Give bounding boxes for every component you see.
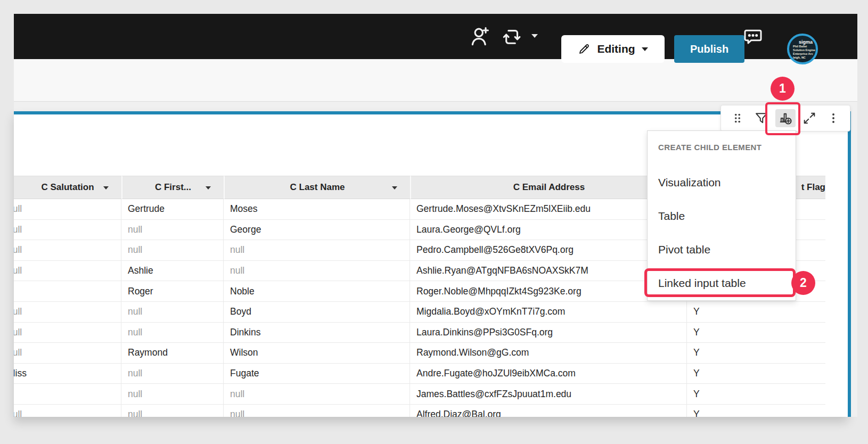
table-cell: Y [687, 302, 825, 323]
avatar-line1: Phil Ballei [793, 45, 816, 48]
refresh-sync-icon[interactable] [498, 23, 525, 50]
annotation-box-1 [765, 102, 800, 135]
table-cell: Laura.George@QVLf.org [410, 220, 687, 241]
menu-header: CREATE CHILD ELEMENT [658, 143, 761, 152]
column-header-3[interactable]: C Last Name [224, 176, 410, 199]
table-cell: null [121, 323, 224, 343]
column-header-label: C Last Name [290, 182, 345, 193]
table-cell: Boyd [224, 302, 410, 323]
table-cell: Y [687, 364, 825, 384]
table-cell: Migdalia.Boyd@xOYmKnT7i7g.com [410, 302, 687, 323]
element-selection-border-top [14, 111, 720, 114]
column-header-1[interactable]: C Salutation [14, 176, 121, 199]
table-cell: Wilson [224, 343, 410, 364]
avatar-line2: Solution Engine [793, 48, 816, 52]
kebab-menu-icon[interactable] [823, 109, 844, 127]
column-sort-caret[interactable] [392, 186, 397, 190]
table-cell: Ashlie [121, 261, 224, 282]
menu-item-visualization[interactable]: Visualization [658, 176, 721, 189]
column-sort-caret[interactable] [206, 186, 211, 190]
avatar-brand: sigma [799, 39, 816, 45]
menu-item-table[interactable]: Table [658, 210, 685, 223]
user-avatar[interactable]: sigma Phil Ballei Solution Engine Enterp… [787, 34, 818, 64]
table-cell: Dinkins [224, 323, 410, 343]
maximize-icon[interactable] [799, 109, 820, 127]
annotation-badge-1: 1 [771, 77, 795, 101]
table-cell: null [224, 240, 410, 261]
table-cell: Noble [224, 281, 410, 302]
table-cell: null [14, 302, 121, 323]
table-cell: null [14, 405, 121, 417]
table-cell: Y [687, 384, 825, 405]
table-cell: null [224, 261, 410, 282]
table-cell: null [14, 343, 121, 364]
table-cell: null [14, 220, 121, 241]
table-cell: Y [687, 343, 825, 364]
drag-handle-icon[interactable] [727, 109, 748, 127]
table-cell: George [224, 220, 410, 241]
table-cell: Fugate [224, 364, 410, 384]
editing-mode-button[interactable]: Editing [561, 35, 665, 63]
column-header-2[interactable]: C First... [121, 176, 224, 199]
page-toolbar-strip [14, 59, 857, 101]
table-cell: null [121, 405, 224, 417]
column-header-label: C Salutation [41, 182, 94, 193]
table-cell: Roger [121, 281, 224, 302]
right-gutter [851, 111, 857, 417]
table-cell: null [14, 199, 121, 220]
menu-item-pivot-table[interactable]: Pivot table [658, 243, 710, 256]
table-cell: Andre.Fugate@hoJZUl9eibXMCa.com [410, 364, 687, 384]
element-selection-border-right [848, 111, 851, 417]
table-cell: James.Battles@cxfFZsJpuuat1m.edu [410, 384, 687, 405]
table-cell: null [224, 405, 410, 417]
comment-bubble-icon[interactable] [740, 23, 766, 50]
column-header-label: C First... [155, 182, 191, 193]
editing-label: Editing [597, 43, 635, 55]
table-cell: null [14, 261, 121, 282]
table-cell [14, 281, 121, 302]
invite-user-icon[interactable] [466, 22, 493, 50]
table-cell: Alfred.Diaz@Bal.org [410, 405, 687, 417]
column-header-4[interactable]: C Email Address [410, 176, 687, 199]
table-cell: null [121, 384, 224, 405]
table-cell: Gertrude.Moses@XtvSKnEZm5lXEiib.edu [410, 199, 687, 220]
sync-dropdown-caret[interactable] [531, 34, 538, 38]
table-cell: Y [687, 323, 825, 343]
avatar-line4: leigh, NC [793, 56, 816, 60]
column-header-label: C Email Address [513, 182, 585, 193]
table-cell: Pedro.Campbell@526Ge8tXV6Pq.org [410, 240, 687, 261]
table-cell: null [14, 323, 121, 343]
table-cell: Raymond.Wilson@gG.com [410, 343, 687, 364]
table-cell: null [224, 384, 410, 405]
table-cell: Y [687, 405, 825, 417]
annotation-badge-2: 2 [791, 271, 815, 295]
table-cell: Moses [224, 199, 410, 220]
table-cell: Gertrude [121, 199, 224, 220]
editing-dropdown-caret [642, 47, 648, 51]
publish-button[interactable]: Publish [674, 35, 744, 63]
pencil-icon [578, 43, 591, 55]
column-sort-caret[interactable] [103, 186, 109, 190]
publish-label: Publish [690, 43, 728, 55]
table-cell: Raymond [121, 343, 224, 364]
table-cell [14, 384, 121, 405]
table-cell: null [14, 240, 121, 261]
annotation-box-2 [644, 268, 796, 297]
table-cell: null [121, 240, 224, 261]
table-cell: null [121, 220, 224, 241]
column-header-label: t Flag [801, 182, 825, 193]
top-app-bar: Editing Publish sigma Phil Ballei Soluti… [14, 14, 857, 59]
table-cell: null [121, 364, 224, 384]
table-cell: Miss [14, 364, 121, 384]
table-cell: Laura.Dinkins@PPsi3G0SFq.org [410, 323, 687, 343]
table-cell: null [121, 302, 224, 323]
avatar-line3: Enterprise Arc [793, 52, 816, 56]
